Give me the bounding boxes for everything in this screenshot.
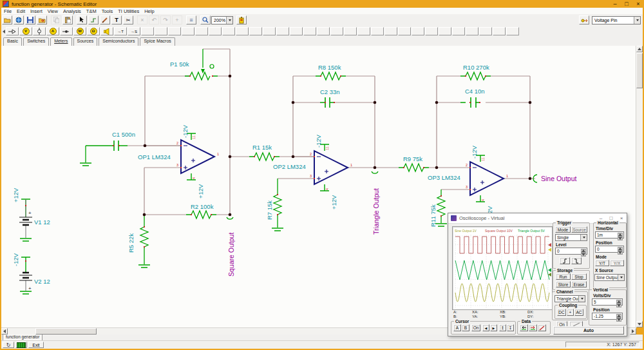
open-web-button[interactable]: [14, 15, 24, 24]
cursor-down-button[interactable]: ↧: [507, 324, 514, 331]
live-view-button[interactable]: [15, 342, 27, 348]
export-button[interactable]: [37, 15, 47, 24]
palette-empty-cell[interactable]: [168, 27, 181, 35]
palette-empty-cell[interactable]: [195, 27, 208, 35]
cursor-up-button[interactable]: ↥: [499, 324, 506, 331]
resistor-r5[interactable]: R5 22k: [128, 227, 148, 253]
palette-empty-cell[interactable]: [344, 27, 357, 35]
pencil-tool-button[interactable]: [100, 15, 110, 24]
palette-empty-cell[interactable]: [506, 27, 519, 35]
capacitor-c1[interactable]: C1 500n: [112, 131, 135, 151]
palette-wattmeter[interactable]: W: [73, 27, 86, 35]
resistor-r1[interactable]: R1 15k: [252, 144, 274, 160]
select-tool-button[interactable]: [77, 15, 87, 24]
potentiometer-p1[interactable]: P1 50k: [170, 61, 214, 80]
pin-type-combo[interactable]: Voltage Pin: [592, 16, 641, 24]
xsource-select[interactable]: Sine Outpu: [594, 274, 625, 281]
palette-empty-cell[interactable]: [371, 27, 384, 35]
scroll-down-button[interactable]: [636, 321, 643, 327]
storage-run-button[interactable]: Run: [556, 273, 571, 280]
palette-empty-cell[interactable]: [155, 27, 167, 35]
palette-empty-cell[interactable]: [222, 27, 235, 35]
capacitor-c4[interactable]: C4 10n: [465, 88, 485, 108]
menu-help[interactable]: Help: [142, 8, 156, 14]
wire-tool-button[interactable]: [88, 15, 99, 24]
menu-tools[interactable]: Tools: [99, 8, 116, 14]
voltsdiv-input[interactable]: 5: [592, 298, 623, 306]
palette-empty-cell[interactable]: [236, 27, 249, 35]
data-export-button[interactable]: [529, 324, 537, 331]
palette-empty-cell[interactable]: [452, 27, 465, 35]
trigger-mode-button[interactable]: Mode: [555, 226, 571, 233]
menu-view[interactable]: View: [45, 8, 61, 14]
menu-analysis[interactable]: Analysis: [61, 8, 84, 14]
spinner[interactable]: [618, 247, 623, 251]
palette-empty-cell[interactable]: [479, 27, 492, 35]
auto-button[interactable]: Auto: [553, 326, 624, 335]
dropdown-arrow-icon[interactable]: [580, 235, 587, 240]
opamp-op2[interactable]: OP2 LM324 2 3 1 11 4 -12V +12V: [273, 134, 352, 209]
zoom-level-combo[interactable]: 200%: [211, 16, 233, 24]
palette-empty-cell[interactable]: [317, 27, 330, 35]
capacitor-c2[interactable]: C2 33n: [320, 88, 340, 108]
palette-oscilloscope[interactable]: [100, 27, 113, 35]
palette-empty-cell[interactable]: [182, 27, 194, 35]
tab-meters[interactable]: Meters: [50, 37, 71, 46]
spinner[interactable]: [618, 233, 623, 237]
undo-button[interactable]: ↶: [149, 15, 159, 24]
dropdown-arrow-icon[interactable]: [618, 275, 624, 280]
data-curve-button[interactable]: [538, 324, 546, 331]
spinner[interactable]: [616, 314, 621, 318]
palette-empty-cell[interactable]: [412, 27, 424, 35]
opamp-op3[interactable]: OP3 LM324 2 3 1 11 4 -12V +12V: [428, 145, 508, 220]
palette-ammeter[interactable]: A: [46, 27, 59, 35]
storage-store-button[interactable]: Store: [556, 281, 571, 287]
minimize-button[interactable]: –: [609, 1, 621, 7]
vposition-input[interactable]: -1.25: [592, 313, 623, 320]
palette-pin[interactable]: [60, 27, 73, 35]
exit-button[interactable]: Exit: [28, 342, 44, 348]
trigger-mode-select[interactable]: Single: [555, 234, 587, 241]
palette-voltmeter[interactable]: V: [19, 27, 32, 35]
opamp-op1[interactable]: OP1 LM324 2 3 1 11 4 -12V +12V: [138, 124, 219, 199]
list-view-button[interactable]: ≡: [186, 15, 196, 24]
save-button[interactable]: [25, 15, 35, 24]
palette-empty-cell[interactable]: [249, 27, 262, 35]
delete-button[interactable]: ×: [137, 15, 147, 24]
cursor-b-button[interactable]: B: [462, 324, 469, 331]
storage-erase-button[interactable]: Erase: [571, 281, 587, 287]
palette-s-meter[interactable]: →S: [128, 27, 140, 35]
trigger-falling-edge-button[interactable]: [571, 257, 582, 264]
palette-empty-cell[interactable]: [384, 27, 397, 35]
palette-empty-cell[interactable]: [439, 27, 451, 35]
dropdown-arrow-icon[interactable]: [634, 17, 640, 24]
palette-empty-cell[interactable]: [303, 27, 316, 35]
palette-empty-cell[interactable]: [493, 27, 506, 35]
tab-sources[interactable]: Sources: [73, 37, 98, 46]
menu-insert[interactable]: Insert: [28, 8, 45, 14]
spinner[interactable]: [581, 249, 586, 253]
palette-empty-cell[interactable]: [330, 27, 343, 35]
oscilloscope-window[interactable]: Oscilloscope - Virtual – □ × Sine Output…: [448, 213, 627, 336]
cursor-right-button[interactable]: ▶: [490, 324, 497, 331]
open-file-button[interactable]: [2, 15, 12, 24]
menu-file[interactable]: File: [1, 8, 14, 14]
tab-basic[interactable]: Basic: [3, 37, 22, 46]
spinner[interactable]: [616, 300, 621, 304]
dropdown-arrow-icon[interactable]: [226, 17, 232, 24]
palette-empty-cell[interactable]: [466, 27, 478, 35]
channel-select[interactable]: Triangle Outp: [554, 295, 585, 302]
resistor-r8[interactable]: R8 150k: [318, 64, 341, 80]
data-import-button[interactable]: [520, 324, 528, 331]
vscroll-thumb[interactable]: [636, 53, 643, 88]
menu-edit[interactable]: Edit: [14, 8, 28, 14]
hscroll-thumb[interactable]: [35, 328, 97, 335]
add-button[interactable]: +: [172, 15, 182, 24]
tab-semiconductors[interactable]: Semiconductors: [99, 37, 138, 46]
tab-spice-macros[interactable]: Spice Macros: [140, 37, 175, 46]
palette-empty-cell[interactable]: [141, 27, 154, 35]
dropdown-arrow-icon[interactable]: [578, 296, 585, 302]
scroll-right-button[interactable]: [630, 328, 636, 335]
menu-tm[interactable]: T&M: [84, 8, 99, 14]
cursor-left-button[interactable]: ◀: [482, 324, 489, 331]
